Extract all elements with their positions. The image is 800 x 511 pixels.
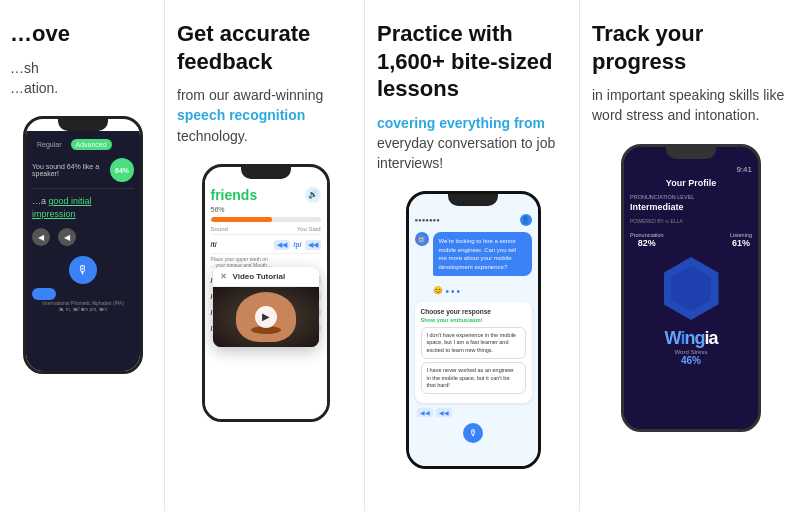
reaction-area: 😊 •••	[415, 286, 532, 297]
col1-tabs: Regular Advanced	[32, 139, 134, 150]
col3-subtitle: covering everything from everyday conver…	[377, 113, 569, 174]
phone-notch-3	[448, 194, 498, 206]
video-thumbnail[interactable]: ▶	[213, 287, 319, 347]
tab-regular[interactable]: Regular	[32, 139, 67, 150]
progress-fill	[211, 217, 273, 222]
audio-mini[interactable]: ◀◀	[274, 240, 290, 250]
phone-notch-2	[241, 167, 291, 179]
col2-title: Get accurate feedback	[177, 20, 354, 75]
choices-sub: Show your enthusiasm!	[421, 317, 526, 323]
phone-notch	[58, 119, 108, 131]
mic-button[interactable]: 🎙	[69, 256, 97, 284]
phone-mockup-1: Regular Advanced You sound 64% like aspe…	[23, 116, 143, 374]
listening-label: Listening	[730, 232, 752, 238]
reaction-emoji: 😊	[433, 286, 443, 297]
column-2: Get accurate feedback from our award-win…	[165, 0, 365, 511]
video-tutorial-header: ✕ Video Tutorial	[213, 267, 319, 287]
audio-btn-2[interactable]: ◀	[58, 228, 76, 246]
col4-brand-area: Wingia Word Stress 46%	[630, 328, 752, 366]
col1-subtitle: …sh…ation.	[10, 58, 156, 99]
phone-mockup-2: friends 🔊 56% Sound You Said /t/ ◀◀ /p/	[202, 164, 330, 422]
col4-subtitle: in important speaking skills like word s…	[592, 85, 790, 126]
column-1: …ove …sh…ation. Regular Advanced You sou…	[0, 0, 165, 511]
audio-btn-1[interactable]: ◀	[32, 228, 50, 246]
col4-level-value: Intermediate	[630, 202, 752, 212]
col3-avatar: 👤	[520, 214, 532, 226]
col4-profile-title: Your Profile	[630, 178, 752, 188]
toggle-switch[interactable]	[32, 288, 56, 300]
video-close-button[interactable]: ✕	[220, 272, 227, 281]
brand-name: Wingia	[630, 328, 752, 349]
audio-mini-2[interactable]: ◀◀	[305, 240, 321, 250]
col1-score-badge: 64%	[110, 158, 134, 182]
phone-mockup-4: 9:41 Your Profile PRONUNCIATION LEVEL In…	[621, 144, 761, 432]
column-3: Practice with 1,600+ bite-sized lessons …	[365, 0, 580, 511]
bot-avatar: 🤖	[415, 232, 429, 246]
col4-ella: POWERED BY ⊙ ELLA	[630, 218, 752, 224]
hexagon-area	[630, 254, 752, 324]
col1-screen: Regular Advanced You sound 64% like aspe…	[26, 131, 140, 371]
video-tutorial-title: Video Tutorial	[233, 272, 286, 281]
col3-mic-button[interactable]: 🎙	[463, 423, 483, 443]
table-row: /t/ ◀◀ /p/ ◀◀	[211, 237, 321, 254]
listening-value: 61%	[730, 238, 752, 248]
table-header: Sound You Said	[211, 226, 321, 235]
audio-icon[interactable]: 🔊	[305, 187, 321, 203]
col4-screen: 9:41 Your Profile PRONUNCIATION LEVEL In…	[624, 159, 758, 429]
video-tutorial-overlay: ✕ Video Tutorial ▶	[213, 267, 319, 347]
phone-mockup-3: ●●●●●●● 👤 🤖 We're looking to hire a seni…	[406, 191, 541, 469]
col-said: You Said	[297, 226, 321, 232]
typing-indicator: •••	[446, 286, 463, 297]
col3-title: Practice with 1,600+ bite-sized lessons	[377, 20, 569, 103]
video-play-button[interactable]: ▶	[255, 306, 277, 328]
choice-1[interactable]: I don't have experience in the mobile sp…	[421, 327, 526, 359]
col3-screen: ●●●●●●● 👤 🤖 We're looking to hire a seni…	[409, 206, 538, 466]
tab-advanced[interactable]: Advanced	[71, 139, 112, 150]
col3-status: ●●●●●●●	[415, 217, 440, 223]
col2-subtitle: from our award-winning speech recognitio…	[177, 85, 354, 146]
column-4: Track your progress in important speakin…	[580, 0, 800, 511]
choices-panel: Choose your response Show your enthusias…	[415, 302, 532, 404]
stat-listening: Listening 61%	[730, 232, 752, 248]
col2-word: friends	[211, 187, 258, 203]
audio-controls: ◀◀ ◀◀	[415, 408, 532, 417]
pronunciation-label: Pronunciation	[630, 232, 664, 238]
stat-pronunciation: Pronunciation 82%	[630, 232, 664, 248]
col4-time: 9:41	[630, 165, 752, 174]
col-sound: Sound	[211, 226, 228, 232]
col4-level-label: PRONUNCIATION LEVEL	[630, 194, 752, 200]
word-stress-value: 46%	[630, 355, 752, 366]
col1-text: …a good initialimpression	[32, 195, 134, 220]
play-btn-2[interactable]: ◀◀	[436, 408, 452, 417]
play-btn[interactable]: ◀◀	[417, 408, 433, 417]
col3-top-bar: ●●●●●●● 👤	[415, 214, 532, 226]
progress-label: 56%	[211, 206, 321, 213]
col4-stats: Pronunciation 82% Listening 61%	[630, 232, 752, 248]
choice-2[interactable]: I have never worked as an engineer in th…	[421, 362, 526, 394]
col4-title: Track your progress	[592, 20, 790, 75]
progress-bar	[211, 217, 321, 222]
col1-score-text: You sound 64% like aspeaker!	[32, 163, 99, 177]
choices-label: Choose your response	[421, 308, 526, 315]
phone-notch-4	[666, 147, 716, 159]
col3-chat-bubble: We're looking to hire a senior mobile en…	[433, 232, 532, 276]
col1-title: …ove	[10, 20, 156, 48]
col1-bottom-text: International Phonetic Alphabet (IPA) /ə…	[32, 300, 134, 312]
pronunciation-value: 82%	[630, 238, 664, 248]
